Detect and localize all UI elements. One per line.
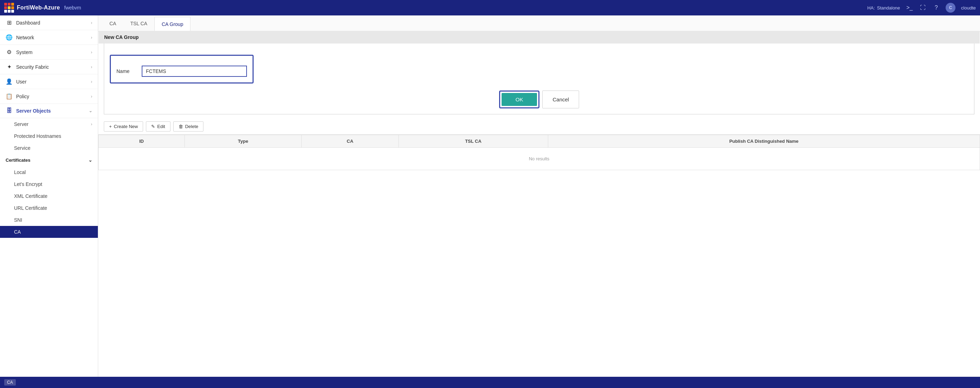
- server-objects-icon: 🗄: [6, 108, 13, 114]
- content-area: CA TSL CA CA Group New CA Group Name: [98, 16, 980, 377]
- delete-button[interactable]: 🗑 Delete: [173, 121, 204, 132]
- edit-button[interactable]: ✎ Edit: [146, 121, 170, 132]
- username: cloudte: [961, 5, 976, 11]
- sidebar-item-network[interactable]: 🌐 Network ›: [0, 30, 98, 45]
- form-buttons: OK Cancel: [110, 91, 969, 108]
- no-results-text: No results: [99, 148, 980, 170]
- ok-button-wrapper: OK: [499, 91, 540, 108]
- sidebar-item-label: Policy: [16, 94, 29, 99]
- name-label: Name: [116, 68, 137, 74]
- chevron-icon: ›: [91, 20, 92, 25]
- sidebar-sub-label: CA: [14, 229, 21, 235]
- security-fabric-icon: ✦: [6, 64, 13, 70]
- ha-label: HA:: [867, 5, 875, 11]
- sidebar-item-label: Network: [16, 35, 34, 40]
- name-row: Name: [116, 65, 247, 77]
- table-container: ID Type CA TSL CA Publish CA Distinguish…: [98, 135, 980, 377]
- name-input[interactable]: [142, 65, 247, 77]
- help-icon[interactable]: ?: [932, 4, 940, 11]
- sidebar-sub-label: XML Certificate: [14, 193, 47, 199]
- sidebar-item-user[interactable]: 👤 User ›: [0, 75, 98, 89]
- sidebar-category-certificates[interactable]: Certificates ⌄: [0, 154, 98, 166]
- ha-info: HA: Standalone: [867, 5, 900, 11]
- tabs-bar: CA TSL CA CA Group: [98, 16, 980, 32]
- delete-icon: 🗑: [178, 124, 183, 129]
- topbar-right: HA: Standalone >_ ⛶ ? C cloudte: [867, 3, 976, 13]
- sidebar-sub-item-lets-encrypt[interactable]: Let's Encrypt: [0, 178, 98, 190]
- no-results-row: No results: [99, 148, 980, 170]
- form-title: New CA Group: [99, 31, 980, 43]
- sidebar-sub-item-server[interactable]: Server ›: [0, 118, 98, 130]
- sidebar-sub-label: Protected Hostnames: [14, 133, 61, 139]
- fullscreen-icon[interactable]: ⛶: [919, 4, 927, 11]
- ha-status: Standalone: [877, 5, 900, 11]
- certificates-label: Certificates: [6, 157, 30, 163]
- sidebar-item-label: Dashboard: [16, 20, 40, 25]
- sidebar-sub-label: SNI: [14, 217, 22, 223]
- table-toolbar: + Create New ✎ Edit 🗑 Delete: [98, 119, 980, 135]
- chevron-icon: ›: [91, 122, 92, 127]
- dashboard-icon: ⊞: [6, 19, 13, 26]
- edit-icon: ✎: [151, 124, 155, 129]
- create-new-button[interactable]: + Create New: [104, 121, 143, 132]
- sidebar-item-label: User: [16, 79, 27, 84]
- sidebar-sub-item-service[interactable]: Service: [0, 142, 98, 154]
- tab-ca[interactable]: CA: [102, 16, 123, 31]
- sidebar: ⊞ Dashboard › 🌐 Network › ⚙ System › ✦ S…: [0, 16, 98, 377]
- sidebar-item-security-fabric[interactable]: ✦ Security Fabric ›: [0, 60, 98, 75]
- sidebar-sub-label: Local: [14, 169, 25, 175]
- sidebar-sub-label: Let's Encrypt: [14, 181, 43, 187]
- app-logo: FortiWeb-Azure fwebvm: [4, 3, 81, 13]
- sidebar-sub-item-xml-certificate[interactable]: XML Certificate: [0, 190, 98, 202]
- chevron-down-icon: ⌄: [89, 108, 92, 113]
- chevron-icon: ›: [91, 65, 92, 70]
- ca-group-table: ID Type CA TSL CA Publish CA Distinguish…: [98, 135, 980, 170]
- bottom-ca-badge: CA: [4, 379, 16, 386]
- sidebar-item-system[interactable]: ⚙ System ›: [0, 45, 98, 60]
- col-id: ID: [99, 135, 185, 148]
- sidebar-item-label: Security Fabric: [16, 64, 49, 70]
- tab-ca-group[interactable]: CA Group: [154, 17, 191, 32]
- chevron-down-icon: ⌄: [88, 157, 92, 163]
- tab-tsl-ca[interactable]: TSL CA: [123, 16, 154, 31]
- col-publish-ca: Publish CA Distinguished Name: [548, 135, 980, 148]
- name-field-box: Name: [110, 55, 254, 83]
- policy-icon: 📋: [6, 93, 13, 100]
- sidebar-sub-label: Service: [14, 145, 30, 151]
- ok-button[interactable]: OK: [501, 93, 537, 106]
- sidebar-sub-item-ca[interactable]: CA: [0, 226, 98, 238]
- bottom-bar: CA: [0, 377, 980, 388]
- sidebar-item-server-objects[interactable]: 🗄 Server Objects ⌄: [0, 104, 98, 118]
- chevron-icon: ›: [91, 35, 92, 40]
- plus-icon: +: [109, 124, 112, 129]
- col-ca: CA: [302, 135, 399, 148]
- user-icon: 👤: [6, 78, 13, 85]
- sidebar-sub-item-protected-hostnames[interactable]: Protected Hostnames: [0, 130, 98, 142]
- sidebar-sub-item-url-certificate[interactable]: URL Certificate: [0, 202, 98, 214]
- chevron-icon: ›: [91, 50, 92, 55]
- sidebar-sub-label: URL Certificate: [14, 205, 47, 211]
- create-new-label: Create New: [114, 124, 138, 129]
- chevron-icon: ›: [91, 94, 92, 99]
- app-name: FortiWeb-Azure: [17, 5, 60, 11]
- logo-grid-icon: [4, 3, 14, 13]
- new-ca-group-form-container: New CA Group Name OK Cancel: [104, 36, 974, 114]
- sidebar-sub-item-sni[interactable]: SNI: [0, 214, 98, 226]
- sidebar-item-label: System: [16, 49, 33, 55]
- terminal-icon[interactable]: >_: [906, 4, 913, 11]
- sidebar-sub-item-local[interactable]: Local: [0, 166, 98, 178]
- sidebar-item-label: Server Objects: [16, 108, 51, 114]
- sidebar-item-policy[interactable]: 📋 Policy ›: [0, 89, 98, 104]
- topbar: FortiWeb-Azure fwebvm HA: Standalone >_ …: [0, 0, 980, 16]
- cancel-button[interactable]: Cancel: [542, 91, 579, 108]
- chevron-icon: ›: [91, 79, 92, 84]
- network-icon: 🌐: [6, 34, 13, 41]
- sidebar-sub-label: Server: [14, 121, 29, 127]
- edit-label: Edit: [157, 124, 165, 129]
- col-tsl-ca: TSL CA: [398, 135, 548, 148]
- system-icon: ⚙: [6, 49, 13, 56]
- sidebar-item-dashboard[interactable]: ⊞ Dashboard ›: [0, 16, 98, 30]
- col-type: Type: [185, 135, 301, 148]
- delete-label: Delete: [185, 124, 199, 129]
- avatar[interactable]: C: [946, 3, 955, 13]
